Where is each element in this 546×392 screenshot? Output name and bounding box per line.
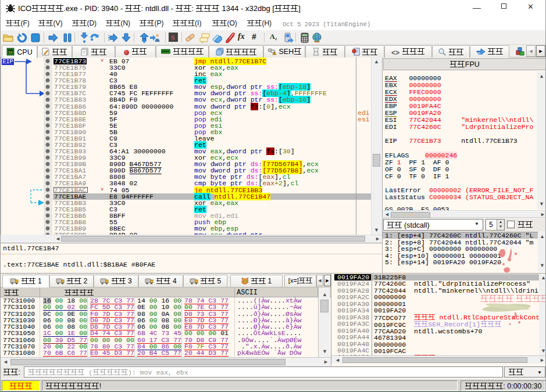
svg-text:<>: <> <box>315 50 318 53</box>
svg-text:32: 32 <box>8 51 13 55</box>
svg-text:S: S <box>171 34 175 42</box>
